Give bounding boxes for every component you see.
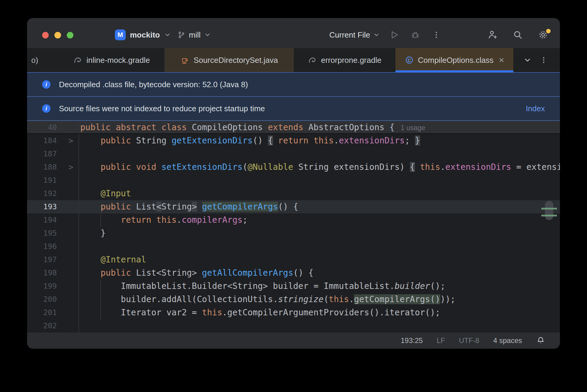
tab-label: o): [31, 56, 38, 65]
code-line-188[interactable]: 188> public void setExtensionDirs(@Nulla…: [27, 161, 560, 174]
code-line-184[interactable]: 184> public String getExtensionDirs() { …: [27, 134, 560, 147]
sticky-line[interactable]: 40 public abstract class CompileOptions …: [27, 121, 560, 134]
run-toolbar: Current File: [329, 18, 443, 48]
code-lines: 184> public String getExtensionDirs() { …: [27, 134, 560, 332]
code-text: [79, 147, 80, 161]
tab-bar-actions: [523, 48, 560, 72]
notifications-bell-icon[interactable]: [536, 336, 546, 345]
debug-button[interactable]: [409, 28, 422, 41]
project-name: mockito: [130, 30, 160, 40]
gutter: 200: [27, 293, 79, 306]
scrollbar-highlight-mark[interactable]: [541, 208, 557, 210]
project-logo-icon: M: [115, 29, 126, 40]
info-icon: i: [42, 80, 51, 89]
code-line-191[interactable]: 191: [27, 174, 560, 187]
chevron-down-icon: [164, 32, 171, 38]
line-number: 195: [27, 227, 78, 240]
indent-setting[interactable]: 4 spaces: [493, 336, 522, 345]
info-icon: i: [42, 104, 51, 113]
tab-label: CompileOptions.class: [418, 56, 493, 65]
minimize-window-button[interactable]: [54, 32, 61, 38]
vcs-branch-widget[interactable]: mill: [177, 18, 211, 48]
code-text: @Internal: [79, 253, 146, 266]
code-line-196[interactable]: 196: [27, 240, 560, 253]
settings-gear-icon[interactable]: [536, 28, 550, 41]
line-number: 199: [27, 280, 78, 293]
gutter: 184>: [27, 134, 79, 147]
tab-label: errorprone.gradle: [321, 56, 382, 65]
code-text: builder.addAll(CollectionUtils.stringize…: [79, 293, 455, 306]
line-number: 40: [27, 121, 78, 134]
close-window-button[interactable]: [42, 32, 49, 38]
run-config-label: Current File: [329, 30, 370, 40]
class-file-icon: C: [405, 56, 414, 65]
code-line-195[interactable]: 195 }: [27, 227, 560, 240]
code-line-198[interactable]: 198 public List<String> getAllCompilerAr…: [27, 266, 560, 280]
tab-compileoptions-class[interactable]: C CompileOptions.class ×: [395, 48, 513, 72]
fold-arrow-icon[interactable]: >: [69, 161, 73, 174]
tab-sourcedirectoryset-java[interactable]: SourceDirectorySet.java: [164, 48, 294, 72]
banner-text: Source files were not indexed to reduce …: [59, 104, 265, 113]
gutter: 202: [27, 319, 79, 332]
tab-inline-mock-gradle[interactable]: inline-mock.gradle: [59, 48, 164, 72]
more-options-kebab-icon[interactable]: [430, 28, 443, 41]
usage-inlay[interactable]: 1 usage: [401, 124, 425, 132]
gutter: 194: [27, 213, 79, 227]
line-number: 201: [27, 306, 78, 319]
scrollbar-highlight-mark[interactable]: [541, 215, 557, 216]
code-line-194[interactable]: 194 return this.compilerArgs;: [27, 213, 560, 227]
index-link[interactable]: Index: [526, 104, 545, 113]
gutter: 198: [27, 266, 79, 280]
code-text: public List<String> getCompilerArgs() {: [79, 200, 298, 213]
gutter: 188>: [27, 161, 79, 174]
line-number: 193: [27, 200, 78, 213]
code-line-193[interactable]: 193 public List<String> getCompilerArgs(…: [27, 200, 560, 213]
run-button[interactable]: [388, 28, 401, 41]
file-encoding[interactable]: UTF-8: [459, 336, 479, 345]
caret-position[interactable]: 193:25: [401, 336, 423, 345]
code-line-201[interactable]: 201 Iterator var2 = this.getCompilerArgu…: [27, 306, 560, 319]
code-line-197[interactable]: 197 @Internal: [27, 253, 560, 266]
tab-errorprone-gradle[interactable]: errorprone.gradle: [294, 48, 395, 72]
vertical-scrollbar-thumb[interactable]: [545, 201, 553, 220]
line-separator[interactable]: LF: [437, 336, 445, 345]
code-text: [79, 319, 80, 332]
title-bar: M mockito mill Current File: [27, 18, 560, 48]
tab-label: inline-mock.gradle: [87, 56, 150, 65]
chevron-down-icon[interactable]: [523, 56, 532, 64]
tab-truncated[interactable]: o): [27, 48, 59, 72]
close-tab-icon[interactable]: ×: [499, 56, 504, 65]
java-file-icon: [180, 56, 189, 65]
code-text: [79, 174, 80, 187]
code-line-199[interactable]: 199 ImmutableList.Builder<String> builde…: [27, 280, 560, 293]
line-number: 198: [27, 266, 78, 280]
line-number: 197: [27, 253, 78, 266]
project-widget[interactable]: M mockito: [115, 18, 171, 48]
gutter: 201: [27, 306, 79, 319]
gradle-icon: [73, 56, 82, 65]
add-user-button[interactable]: [486, 28, 499, 41]
gutter: 40: [27, 121, 79, 133]
line-number: 194: [27, 213, 78, 227]
code-line-192[interactable]: 192 @Input: [27, 187, 560, 200]
zoom-window-button[interactable]: [67, 32, 73, 38]
chevron-down-icon: [373, 32, 380, 38]
sticky-code: public abstract class CompileOptions ext…: [79, 121, 425, 133]
tab-options-kebab-icon[interactable]: [539, 56, 548, 64]
search-icon[interactable]: [511, 28, 524, 41]
code-line-187[interactable]: 187: [27, 147, 560, 161]
code-text: @Input: [79, 187, 131, 200]
ide-window: M mockito mill Current File: [27, 18, 560, 349]
gutter: 191: [27, 174, 79, 187]
code-line-202[interactable]: 202: [27, 319, 560, 332]
code-line-200[interactable]: 200 builder.addAll(CollectionUtils.strin…: [27, 293, 560, 306]
fold-arrow-icon[interactable]: >: [69, 134, 73, 147]
code-text: public String getExtensionDirs() { retur…: [79, 134, 420, 147]
gutter: 197: [27, 253, 79, 266]
gutter: 193: [27, 200, 79, 213]
banner-text: Decompiled .class file, bytecode version…: [59, 80, 248, 89]
run-config-selector[interactable]: Current File: [329, 30, 380, 40]
svg-text:C: C: [407, 58, 411, 63]
code-text: }: [79, 227, 106, 240]
gutter: 187: [27, 147, 79, 161]
